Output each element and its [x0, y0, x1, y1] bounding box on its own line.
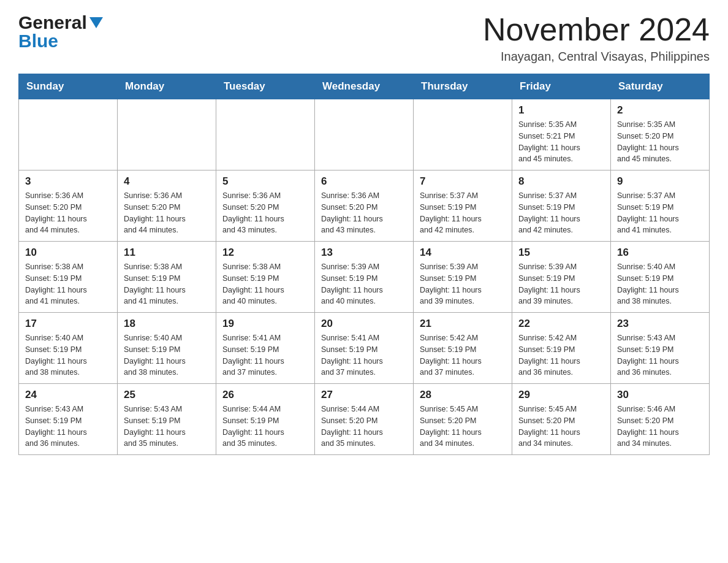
day-number: 4 [124, 175, 210, 188]
day-number: 23 [617, 318, 703, 330]
day-info: Sunrise: 5:45 AM Sunset: 5:20 PM Dayligh… [518, 404, 604, 450]
day-number: 22 [518, 318, 604, 330]
day-info: Sunrise: 5:37 AM Sunset: 5:19 PM Dayligh… [617, 190, 703, 236]
calendar-week-row: 17Sunrise: 5:40 AM Sunset: 5:19 PM Dayli… [19, 313, 710, 384]
day-info: Sunrise: 5:35 AM Sunset: 5:21 PM Dayligh… [518, 119, 604, 165]
day-number: 30 [617, 389, 703, 401]
day-number: 20 [321, 318, 407, 330]
table-row: 24Sunrise: 5:43 AM Sunset: 5:19 PM Dayli… [19, 384, 118, 455]
day-info: Sunrise: 5:44 AM Sunset: 5:20 PM Dayligh… [321, 404, 407, 450]
title-section: November 2024 Inayagan, Central Visayas,… [483, 12, 710, 64]
day-number: 14 [420, 247, 506, 259]
day-info: Sunrise: 5:40 AM Sunset: 5:19 PM Dayligh… [25, 332, 111, 378]
day-number: 10 [25, 247, 111, 259]
day-number: 27 [321, 389, 407, 401]
day-number: 9 [617, 175, 703, 188]
day-number: 5 [222, 175, 308, 188]
table-row: 17Sunrise: 5:40 AM Sunset: 5:19 PM Dayli… [19, 313, 118, 384]
day-info: Sunrise: 5:35 AM Sunset: 5:20 PM Dayligh… [617, 119, 703, 165]
day-info: Sunrise: 5:39 AM Sunset: 5:19 PM Dayligh… [321, 261, 407, 307]
col-saturday: Saturday [611, 74, 710, 99]
day-number: 12 [222, 247, 308, 259]
col-wednesday: Wednesday [315, 74, 414, 99]
table-row: 20Sunrise: 5:41 AM Sunset: 5:19 PM Dayli… [315, 313, 414, 384]
logo-general-text: General [18, 12, 87, 33]
logo-blue-text: Blue [18, 31, 58, 52]
table-row: 14Sunrise: 5:39 AM Sunset: 5:19 PM Dayli… [414, 242, 512, 313]
calendar-week-row: 10Sunrise: 5:38 AM Sunset: 5:19 PM Dayli… [19, 242, 710, 313]
day-info: Sunrise: 5:37 AM Sunset: 5:19 PM Dayligh… [518, 190, 604, 236]
table-row [216, 99, 315, 170]
day-number: 15 [518, 247, 604, 259]
day-info: Sunrise: 5:36 AM Sunset: 5:20 PM Dayligh… [25, 190, 111, 236]
table-row: 25Sunrise: 5:43 AM Sunset: 5:19 PM Dayli… [118, 384, 216, 455]
table-row: 28Sunrise: 5:45 AM Sunset: 5:20 PM Dayli… [414, 384, 512, 455]
table-row: 15Sunrise: 5:39 AM Sunset: 5:19 PM Dayli… [512, 242, 611, 313]
day-number: 24 [25, 389, 111, 401]
day-info: Sunrise: 5:36 AM Sunset: 5:20 PM Dayligh… [124, 190, 210, 236]
table-row [414, 99, 512, 170]
logo-triangle-icon [89, 17, 103, 31]
day-number: 21 [420, 318, 506, 330]
location-title: Inayagan, Central Visayas, Philippines [483, 50, 710, 64]
day-number: 6 [321, 175, 407, 188]
table-row [118, 99, 216, 170]
day-info: Sunrise: 5:45 AM Sunset: 5:20 PM Dayligh… [420, 404, 506, 450]
day-number: 13 [321, 247, 407, 259]
day-info: Sunrise: 5:36 AM Sunset: 5:20 PM Dayligh… [321, 190, 407, 236]
day-info: Sunrise: 5:38 AM Sunset: 5:19 PM Dayligh… [222, 261, 308, 307]
month-title: November 2024 [483, 12, 710, 47]
calendar-week-row: 3Sunrise: 5:36 AM Sunset: 5:20 PM Daylig… [19, 170, 710, 242]
day-number: 8 [518, 175, 604, 188]
day-number: 26 [222, 389, 308, 401]
calendar-table: Sunday Monday Tuesday Wednesday Thursday… [18, 74, 710, 455]
day-info: Sunrise: 5:46 AM Sunset: 5:20 PM Dayligh… [617, 404, 703, 450]
day-number: 7 [420, 175, 506, 188]
table-row [19, 99, 118, 170]
day-info: Sunrise: 5:36 AM Sunset: 5:20 PM Dayligh… [222, 190, 308, 236]
calendar-week-row: 24Sunrise: 5:43 AM Sunset: 5:19 PM Dayli… [19, 384, 710, 455]
table-row: 19Sunrise: 5:41 AM Sunset: 5:19 PM Dayli… [216, 313, 315, 384]
table-row: 7Sunrise: 5:37 AM Sunset: 5:19 PM Daylig… [414, 170, 512, 242]
table-row: 1Sunrise: 5:35 AM Sunset: 5:21 PM Daylig… [512, 99, 611, 170]
day-number: 29 [518, 389, 604, 401]
day-number: 28 [420, 389, 506, 401]
table-row: 4Sunrise: 5:36 AM Sunset: 5:20 PM Daylig… [118, 170, 216, 242]
table-row: 5Sunrise: 5:36 AM Sunset: 5:20 PM Daylig… [216, 170, 315, 242]
table-row: 16Sunrise: 5:40 AM Sunset: 5:19 PM Dayli… [611, 242, 710, 313]
table-row: 23Sunrise: 5:43 AM Sunset: 5:19 PM Dayli… [611, 313, 710, 384]
svg-marker-0 [89, 17, 103, 28]
calendar-header-row: Sunday Monday Tuesday Wednesday Thursday… [19, 74, 710, 99]
logo: General Blue [18, 12, 103, 52]
day-number: 2 [617, 104, 703, 117]
day-number: 19 [222, 318, 308, 330]
day-info: Sunrise: 5:40 AM Sunset: 5:19 PM Dayligh… [124, 332, 210, 378]
day-number: 3 [25, 175, 111, 188]
day-info: Sunrise: 5:37 AM Sunset: 5:19 PM Dayligh… [420, 190, 506, 236]
day-info: Sunrise: 5:41 AM Sunset: 5:19 PM Dayligh… [222, 332, 308, 378]
day-number: 16 [617, 247, 703, 259]
table-row: 29Sunrise: 5:45 AM Sunset: 5:20 PM Dayli… [512, 384, 611, 455]
table-row: 10Sunrise: 5:38 AM Sunset: 5:19 PM Dayli… [19, 242, 118, 313]
table-row: 12Sunrise: 5:38 AM Sunset: 5:19 PM Dayli… [216, 242, 315, 313]
col-friday: Friday [512, 74, 611, 99]
table-row: 22Sunrise: 5:42 AM Sunset: 5:19 PM Dayli… [512, 313, 611, 384]
table-row [315, 99, 414, 170]
table-row: 2Sunrise: 5:35 AM Sunset: 5:20 PM Daylig… [611, 99, 710, 170]
day-info: Sunrise: 5:42 AM Sunset: 5:19 PM Dayligh… [518, 332, 604, 378]
table-row: 11Sunrise: 5:38 AM Sunset: 5:19 PM Dayli… [118, 242, 216, 313]
day-number: 18 [124, 318, 210, 330]
day-info: Sunrise: 5:38 AM Sunset: 5:19 PM Dayligh… [25, 261, 111, 307]
day-number: 17 [25, 318, 111, 330]
day-info: Sunrise: 5:38 AM Sunset: 5:19 PM Dayligh… [124, 261, 210, 307]
day-number: 11 [124, 247, 210, 259]
day-info: Sunrise: 5:42 AM Sunset: 5:19 PM Dayligh… [420, 332, 506, 378]
table-row: 21Sunrise: 5:42 AM Sunset: 5:19 PM Dayli… [414, 313, 512, 384]
day-info: Sunrise: 5:43 AM Sunset: 5:19 PM Dayligh… [617, 332, 703, 378]
day-info: Sunrise: 5:41 AM Sunset: 5:19 PM Dayligh… [321, 332, 407, 378]
day-number: 25 [124, 389, 210, 401]
table-row: 18Sunrise: 5:40 AM Sunset: 5:19 PM Dayli… [118, 313, 216, 384]
col-thursday: Thursday [414, 74, 512, 99]
calendar-week-row: 1Sunrise: 5:35 AM Sunset: 5:21 PM Daylig… [19, 99, 710, 170]
table-row: 30Sunrise: 5:46 AM Sunset: 5:20 PM Dayli… [611, 384, 710, 455]
